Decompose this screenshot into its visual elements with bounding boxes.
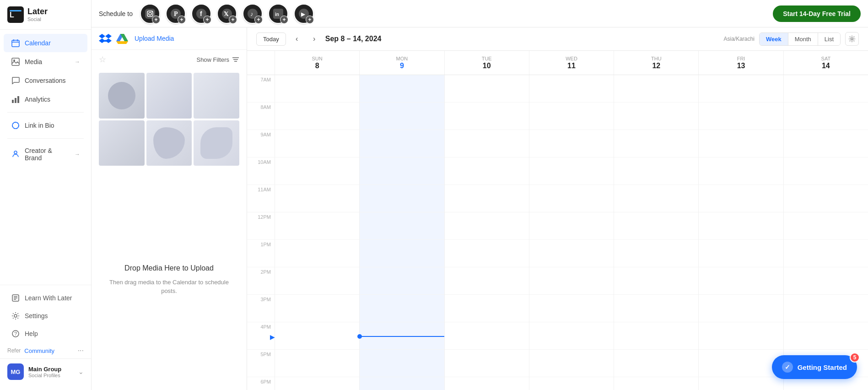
day-cell[interactable] xyxy=(445,322,529,350)
day-cell[interactable] xyxy=(784,130,868,157)
day-cell[interactable] xyxy=(529,350,614,377)
tab-month[interactable]: Month xyxy=(788,33,818,45)
calendar-settings-button[interactable] xyxy=(845,32,859,46)
day-cell[interactable] xyxy=(784,75,868,103)
day-cell[interactable] xyxy=(275,212,359,240)
day-col-fri[interactable] xyxy=(698,75,783,390)
day-cell[interactable] xyxy=(699,75,783,103)
day-col-tue[interactable] xyxy=(444,75,529,390)
day-cell[interactable] xyxy=(614,103,698,130)
day-cell[interactable] xyxy=(445,350,529,377)
day-cell[interactable] xyxy=(784,295,868,322)
day-cell[interactable] xyxy=(614,185,698,212)
tab-list[interactable]: List xyxy=(818,33,840,45)
sidebar-item-settings[interactable]: Settings xyxy=(4,307,87,325)
media-thumb-4[interactable] xyxy=(99,120,145,166)
day-cell[interactable] xyxy=(445,185,529,212)
media-thumb-5[interactable] xyxy=(146,120,192,166)
day-cell[interactable] xyxy=(275,377,359,390)
social-btn-facebook[interactable]: f + xyxy=(191,4,211,24)
day-cell[interactable] xyxy=(784,185,868,212)
day-col-mon[interactable] xyxy=(359,75,444,390)
social-btn-pinterest[interactable]: P + xyxy=(166,4,186,24)
media-thumb-1[interactable] xyxy=(99,73,145,119)
day-cell[interactable] xyxy=(360,130,444,157)
day-cell[interactable] xyxy=(445,75,529,103)
day-cell[interactable] xyxy=(360,267,444,295)
day-cell[interactable] xyxy=(699,130,783,157)
social-btn-tiktok[interactable]: ♪ + xyxy=(243,4,263,24)
community-link[interactable]: Community xyxy=(24,347,54,354)
getting-started-fab[interactable]: ✓ Getting Started 5 xyxy=(772,355,857,379)
day-cell[interactable] xyxy=(275,130,359,157)
day-cell[interactable] xyxy=(275,350,359,377)
day-cell[interactable] xyxy=(614,267,698,295)
day-cell[interactable] xyxy=(360,350,444,377)
day-cell[interactable] xyxy=(614,240,698,267)
day-cell[interactable] xyxy=(784,377,868,390)
day-cell[interactable] xyxy=(275,322,359,350)
star-icon[interactable]: ☆ xyxy=(99,54,106,65)
day-cell[interactable] xyxy=(360,103,444,130)
sidebar-item-media[interactable]: Media → xyxy=(4,53,87,71)
day-cell[interactable] xyxy=(529,322,614,350)
day-cell[interactable] xyxy=(784,212,868,240)
day-col-wed[interactable] xyxy=(529,75,614,390)
day-cell[interactable] xyxy=(360,75,444,103)
day-cell[interactable] xyxy=(784,322,868,350)
day-cell[interactable] xyxy=(360,212,444,240)
day-cell[interactable] xyxy=(614,350,698,377)
day-cell[interactable] xyxy=(699,157,783,185)
day-col-sat[interactable] xyxy=(783,75,868,390)
sidebar-item-conversations[interactable]: Conversations xyxy=(4,71,87,90)
day-cell[interactable] xyxy=(699,240,783,267)
day-cell[interactable] xyxy=(445,212,529,240)
prev-week-button[interactable]: ‹ xyxy=(291,32,303,45)
day-cell[interactable] xyxy=(699,267,783,295)
sidebar-item-analytics[interactable]: Analytics xyxy=(4,90,87,108)
workspace-chevron-icon[interactable]: ⌄ xyxy=(78,368,84,375)
day-cell[interactable] xyxy=(445,377,529,390)
sidebar-item-link-in-bio[interactable]: Link in Bio xyxy=(4,116,87,135)
day-cell[interactable] xyxy=(360,240,444,267)
day-cell[interactable] xyxy=(445,295,529,322)
dropbox-icon[interactable] xyxy=(99,33,112,44)
day-cell[interactable] xyxy=(529,103,614,130)
day-cell[interactable] xyxy=(614,75,698,103)
day-cell[interactable] xyxy=(699,377,783,390)
day-cell[interactable] xyxy=(529,295,614,322)
day-cell[interactable] xyxy=(784,240,868,267)
day-cell[interactable] xyxy=(529,157,614,185)
media-thumb-6[interactable] xyxy=(194,120,239,166)
day-cell[interactable] xyxy=(614,157,698,185)
sidebar-item-creator-brand[interactable]: Creator & Brand → xyxy=(4,142,87,166)
day-cell[interactable] xyxy=(699,350,783,377)
day-cell[interactable] xyxy=(445,103,529,130)
show-filters-button[interactable]: Show Filters xyxy=(196,56,239,63)
day-cell[interactable] xyxy=(529,377,614,390)
day-cell[interactable] xyxy=(360,295,444,322)
start-trial-button[interactable]: Start 14-Day Free Trial xyxy=(773,5,861,22)
day-cell[interactable] xyxy=(275,103,359,130)
day-cell[interactable] xyxy=(529,75,614,103)
day-cell[interactable] xyxy=(614,295,698,322)
more-options-icon[interactable]: ··· xyxy=(78,347,84,355)
day-cell[interactable] xyxy=(529,185,614,212)
day-col-thu[interactable] xyxy=(614,75,698,390)
social-btn-instagram[interactable]: + xyxy=(140,4,160,24)
google-drive-icon[interactable] xyxy=(116,33,128,44)
day-cell[interactable] xyxy=(699,295,783,322)
day-cell[interactable] xyxy=(275,75,359,103)
sidebar-item-learn[interactable]: Learn With Later xyxy=(4,289,87,307)
social-btn-other[interactable]: ▶ + xyxy=(294,4,314,24)
social-btn-twitter[interactable]: 𝕏 + xyxy=(217,4,237,24)
media-thumb-3[interactable] xyxy=(194,73,239,119)
day-cell[interactable] xyxy=(360,377,444,390)
day-cell[interactable] xyxy=(445,240,529,267)
day-cell[interactable] xyxy=(614,377,698,390)
workspace-row[interactable]: MG Main Group Social Profiles ⌄ xyxy=(0,358,91,385)
media-drop-zone[interactable]: Drop Media Here to Upload Then drag medi… xyxy=(92,169,247,390)
day-cell[interactable] xyxy=(360,185,444,212)
day-cell[interactable] xyxy=(445,157,529,185)
day-cell[interactable] xyxy=(275,295,359,322)
